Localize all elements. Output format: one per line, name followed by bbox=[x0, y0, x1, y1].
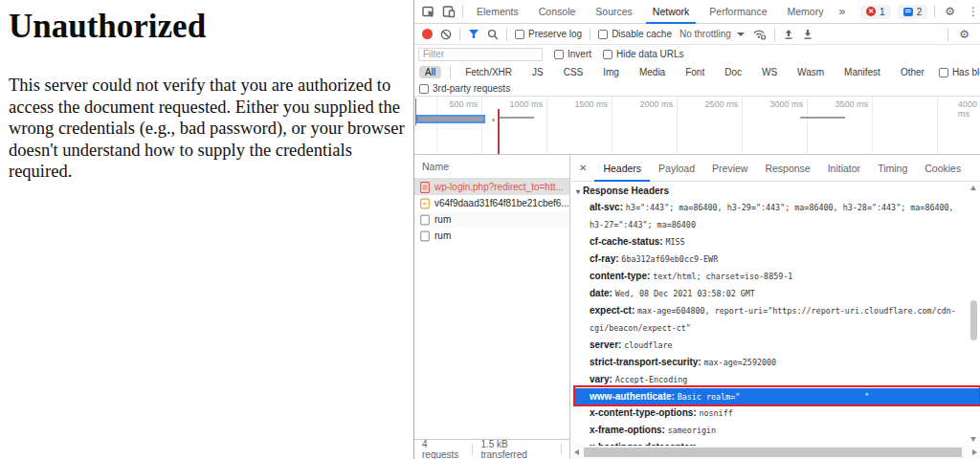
filter-funnel-icon[interactable] bbox=[468, 29, 479, 39]
scroll-right-icon[interactable] bbox=[972, 449, 977, 455]
detail-tab-headers[interactable]: Headers bbox=[594, 155, 650, 182]
horizontal-scrollbar[interactable] bbox=[571, 446, 980, 459]
settings-gear-icon[interactable]: ⚙ bbox=[942, 5, 958, 18]
type-filter-wasm[interactable]: Wasm bbox=[791, 66, 830, 78]
has-blocked-cookies-option[interactable]: Has blocked cookies bbox=[939, 67, 980, 77]
type-filter-other[interactable]: Other bbox=[895, 66, 930, 78]
preserve-log-option[interactable]: Preserve log bbox=[515, 29, 582, 39]
document-error-icon bbox=[420, 182, 430, 193]
hide-data-urls-option[interactable]: Hide data URLs bbox=[603, 49, 684, 59]
third-party-option[interactable]: 3rd-party requests bbox=[419, 83, 510, 94]
tick-label: 500 ms bbox=[449, 99, 478, 109]
tab-network[interactable]: Network bbox=[646, 0, 697, 24]
request-row[interactable]: v64f9daad31f64f81be21cbef6... bbox=[414, 195, 569, 211]
request-row[interactable]: rum bbox=[414, 228, 569, 244]
detail-tab-timing[interactable]: Timing bbox=[869, 155, 916, 182]
response-headers-section[interactable]: ▾Response Headers bbox=[576, 186, 980, 196]
header-row: alt-svc: h3=":443"; ma=86400, h3-29=":44… bbox=[590, 199, 957, 233]
network-settings-gear-icon[interactable]: ⚙ bbox=[956, 28, 972, 41]
tab-performance[interactable]: Performance bbox=[702, 0, 773, 24]
divider bbox=[462, 5, 463, 18]
vertical-scrollbar[interactable] bbox=[968, 184, 980, 444]
detail-tab-payload[interactable]: Payload bbox=[650, 155, 703, 182]
type-filter-all[interactable]: All bbox=[419, 66, 441, 78]
horizontal-scroll-thumb[interactable] bbox=[584, 448, 962, 457]
tab-console[interactable]: Console bbox=[532, 0, 583, 24]
filter-input[interactable] bbox=[418, 48, 543, 61]
message-count-badge[interactable]: 2 bbox=[898, 5, 928, 19]
divider bbox=[590, 28, 590, 41]
tab-memory[interactable]: Memory bbox=[780, 0, 830, 24]
detail-tab-cookies[interactable]: Cookies bbox=[916, 155, 969, 182]
header-row: cf-ray: 6ba312af69eb0cc9-EWR bbox=[590, 251, 957, 268]
network-overview-timeline[interactable]: 500 ms 1000 ms 1500 ms 2000 ms 2500 ms 3… bbox=[414, 96, 980, 155]
header-row-www-authenticate-highlighted[interactable]: www-authenticate: Basic realm="" bbox=[575, 388, 980, 404]
console-message-icon bbox=[903, 8, 913, 16]
type-filter-doc[interactable]: Doc bbox=[719, 66, 747, 78]
type-filter-img[interactable]: Img bbox=[597, 66, 625, 78]
detail-tab-preview[interactable]: Preview bbox=[703, 155, 756, 182]
third-party-row: 3rd-party requests bbox=[414, 81, 980, 96]
tick-label: 1000 ms bbox=[509, 99, 543, 109]
error-icon: ✕ bbox=[866, 7, 876, 16]
scroll-up-icon[interactable] bbox=[970, 186, 976, 190]
tab-elements[interactable]: Elements bbox=[470, 0, 525, 24]
hide-data-urls-label: Hide data URLs bbox=[616, 49, 684, 59]
error-count-badge[interactable]: ✕ 1 bbox=[860, 5, 891, 19]
request-name: v64f9daad31f64f81be21cbef6... bbox=[434, 198, 569, 208]
more-tabs-icon[interactable]: » bbox=[836, 5, 847, 18]
request-row[interactable]: rum bbox=[414, 211, 569, 228]
type-filter-media[interactable]: Media bbox=[634, 66, 671, 78]
tab-sources[interactable]: Sources bbox=[589, 0, 639, 24]
network-conditions-icon[interactable] bbox=[752, 28, 767, 40]
overflow-menu-icon[interactable]: ⋮ bbox=[965, 5, 980, 18]
vertical-scroll-thumb[interactable] bbox=[970, 300, 977, 340]
detail-tab-response[interactable]: Response bbox=[756, 155, 818, 182]
hide-data-urls-checkbox[interactable] bbox=[603, 50, 612, 59]
tick-label: 3500 ms bbox=[835, 99, 868, 109]
header-row: server: cloudflare bbox=[590, 337, 957, 354]
column-header-name[interactable]: Name bbox=[414, 155, 569, 179]
header-value: text/html; charset=iso-8859-1 bbox=[653, 272, 792, 281]
request-name: wp-login.php?redirect_to=htt... bbox=[434, 182, 564, 192]
request-row[interactable]: wp-login.php?redirect_to=htt... bbox=[414, 179, 569, 195]
headers-detail-body: ▾Response Headers alt-svc: h3=":443"; ma… bbox=[571, 182, 980, 446]
scroll-down-icon[interactable] bbox=[970, 437, 976, 442]
device-toolbar-icon[interactable] bbox=[442, 5, 456, 18]
third-party-checkbox[interactable] bbox=[419, 84, 429, 94]
header-name: vary: bbox=[590, 374, 612, 384]
throttling-select[interactable]: No throttling bbox=[679, 29, 745, 39]
header-name: content-type: bbox=[590, 271, 650, 281]
clear-network-log-icon[interactable] bbox=[440, 29, 452, 40]
record-network-log-button[interactable] bbox=[422, 29, 433, 39]
detail-tab-initiator[interactable]: Initiator bbox=[819, 155, 869, 182]
header-value: max-age=2592000 bbox=[703, 358, 776, 367]
search-icon[interactable] bbox=[487, 29, 499, 40]
preserve-log-checkbox[interactable] bbox=[515, 30, 524, 39]
page-body-text: This server could not verify that you ar… bbox=[9, 75, 414, 183]
disable-cache-checkbox[interactable] bbox=[598, 30, 608, 39]
import-har-icon[interactable] bbox=[783, 29, 794, 40]
request-detail-pane: ✕ Headers Payload Preview Response Initi… bbox=[571, 155, 980, 459]
inspect-element-icon[interactable] bbox=[422, 5, 435, 18]
type-filter-fetch-xhr[interactable]: Fetch/XHR bbox=[459, 66, 518, 78]
invert-checkbox[interactable] bbox=[554, 50, 564, 59]
invert-option[interactable]: Invert bbox=[554, 49, 591, 59]
header-row: vary: Accept-Encoding bbox=[590, 371, 957, 388]
disable-cache-option[interactable]: Disable cache bbox=[598, 29, 672, 39]
close-detail-icon[interactable]: ✕ bbox=[571, 163, 594, 173]
type-filter-css[interactable]: CSS bbox=[558, 66, 590, 78]
type-filter-ws[interactable]: WS bbox=[756, 66, 783, 78]
header-name: alt-svc: bbox=[590, 202, 623, 212]
scroll-left-icon[interactable] bbox=[574, 449, 579, 455]
header-row: content-type: text/html; charset=iso-885… bbox=[590, 268, 957, 285]
header-value: sameorigin bbox=[668, 426, 716, 435]
export-har-icon[interactable] bbox=[802, 29, 813, 40]
has-blocked-cookies-checkbox[interactable] bbox=[939, 68, 948, 77]
type-filter-font[interactable]: Font bbox=[679, 66, 710, 78]
detail-tabbar: ✕ Headers Payload Preview Response Initi… bbox=[571, 155, 980, 182]
type-filter-js[interactable]: JS bbox=[526, 66, 549, 78]
type-filter-manifest[interactable]: Manifest bbox=[838, 66, 886, 78]
divider bbox=[450, 66, 451, 79]
request-waterfall-bar bbox=[416, 115, 485, 123]
